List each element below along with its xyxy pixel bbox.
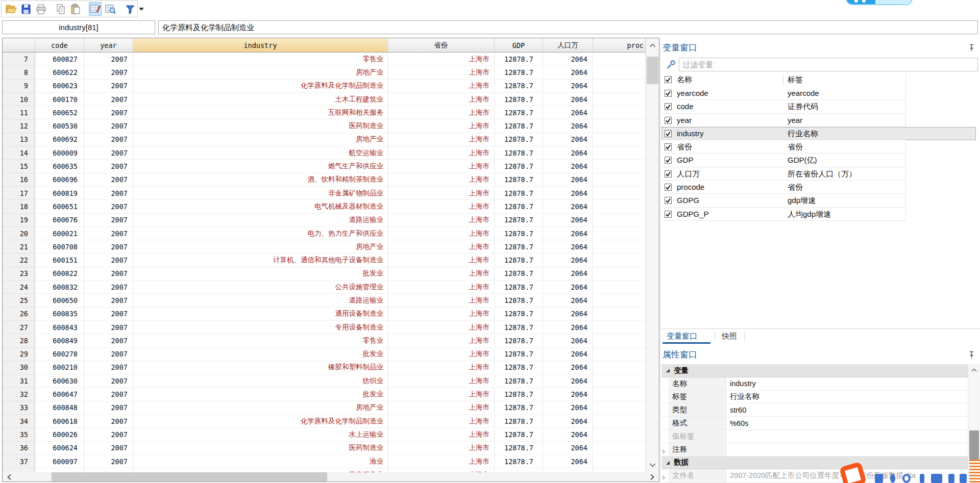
population-cell[interactable]: 2064 [543, 66, 593, 79]
gdp-cell[interactable]: 12878.7 [495, 455, 543, 468]
province-cell[interactable]: 上海市 [388, 200, 495, 213]
variable-row[interactable]: industry 行业名称 [662, 127, 976, 140]
province-cell[interactable]: 上海市 [388, 133, 495, 146]
expander-icon[interactable] [663, 447, 666, 455]
year-cell[interactable]: 2007 [84, 442, 133, 455]
procode-cell[interactable] [593, 294, 646, 307]
province-cell[interactable]: 上海市 [388, 106, 495, 119]
year-cell[interactable]: 2007 [84, 53, 133, 66]
code-cell[interactable]: 600009 [35, 146, 84, 160]
year-cell[interactable]: 2007 [84, 388, 133, 401]
row-number-cell[interactable]: 20 [3, 227, 35, 240]
property-row[interactable]: 注释 [662, 443, 968, 456]
filter-variables-input[interactable] [679, 58, 978, 71]
procode-cell[interactable] [593, 93, 646, 106]
procode-cell[interactable] [593, 428, 646, 441]
variable-checkbox[interactable] [665, 197, 672, 206]
industry-cell[interactable]: 房地产业 [133, 401, 388, 415]
industry-cell[interactable]: 燃气生产和供应业 [133, 160, 388, 173]
industry-cell[interactable]: 酒、饮料和精制茶制造业 [133, 173, 388, 187]
gdp-cell[interactable]: 12878.7 [495, 267, 543, 281]
table-row[interactable]: 7 600827 2007 零售业 上海市 12878.7 2064 [3, 53, 646, 66]
code-cell[interactable]: 600827 [35, 53, 84, 66]
scroll-right-button[interactable] [646, 472, 659, 481]
gdp-cell[interactable]: 12878.7 [495, 93, 543, 106]
row-number-cell[interactable]: 33 [3, 401, 35, 415]
code-cell[interactable]: 600635 [35, 160, 84, 173]
province-cell[interactable]: 上海市 [388, 415, 495, 428]
industry-cell[interactable]: 计算机、通信和其他电子设备制造业 [133, 253, 388, 267]
table-row[interactable]: 15 600635 2007 燃气生产和供应业 上海市 12878.7 2064 [3, 160, 646, 173]
province-cell[interactable]: 上海市 [388, 348, 495, 361]
copy-button[interactable] [55, 2, 67, 16]
variable-checkbox[interactable] [665, 157, 672, 166]
row-number-cell[interactable]: 17 [3, 187, 35, 200]
variable-row[interactable]: code 证券代码 [662, 100, 980, 113]
variable-checkbox[interactable] [665, 117, 672, 126]
population-cell[interactable]: 2064 [543, 401, 593, 415]
gdp-cell[interactable]: 12878.7 [495, 294, 543, 307]
row-number-cell[interactable]: 24 [3, 281, 35, 294]
tab-variables-window[interactable]: 变量窗口 [667, 332, 697, 341]
code-cell[interactable]: 600026 [35, 428, 84, 441]
code-cell[interactable]: 600819 [35, 187, 84, 200]
table-row[interactable]: 20 600021 2007 电力、热力生产和供应业 上海市 12878.7 2… [3, 227, 646, 240]
table-row[interactable]: 12 600530 2007 医药制造业 上海市 12878.7 2064 [3, 119, 646, 133]
year-cell[interactable]: 2007 [84, 428, 133, 441]
industry-cell[interactable]: 房地产业 [133, 66, 388, 79]
procode-cell[interactable] [593, 281, 646, 294]
province-cell[interactable]: 上海市 [388, 240, 495, 253]
gdp-cell[interactable]: 12878.7 [495, 308, 543, 321]
procode-cell[interactable] [593, 240, 646, 253]
code-cell[interactable]: 600822 [35, 267, 84, 281]
province-cell[interactable]: 上海市 [388, 119, 495, 133]
year-cell[interactable]: 2007 [84, 348, 133, 361]
procode-cell[interactable] [593, 415, 646, 428]
industry-cell[interactable]: 化学原料及化学制品制造业 [133, 415, 388, 428]
population-cell[interactable]: 2064 [543, 281, 593, 294]
property-row[interactable]: 类型 str60 [662, 403, 968, 417]
scroll-left-button[interactable] [3, 472, 16, 481]
province-cell[interactable]: 上海市 [388, 442, 495, 455]
province-cell[interactable]: 上海市 [388, 160, 495, 173]
code-cell[interactable]: 600676 [35, 214, 84, 227]
gdp-cell[interactable]: 12878.7 [495, 146, 543, 160]
province-cell[interactable]: 上海市 [388, 374, 495, 388]
table-row[interactable]: 32 600647 2007 批发业 上海市 12878.7 2064 [3, 388, 646, 401]
industry-cell[interactable]: 批发业 [133, 348, 388, 361]
procode-cell[interactable] [593, 214, 646, 227]
year-cell[interactable]: 2007 [84, 173, 133, 187]
industry-cell[interactable]: 批发业 [133, 267, 388, 281]
procode-cell[interactable] [593, 348, 646, 361]
table-row[interactable]: 36 600624 2007 医药制造业 上海市 12878.7 2064 [3, 442, 646, 455]
procode-cell[interactable] [593, 253, 646, 267]
population-cell[interactable]: 2064 [543, 308, 593, 321]
variable-checkbox[interactable] [665, 170, 672, 180]
province-cell[interactable]: 上海市 [388, 468, 495, 472]
table-row[interactable]: 29 600278 2007 批发业 上海市 12878.7 2064 [3, 348, 646, 361]
province-cell[interactable]: 上海市 [388, 321, 495, 334]
table-row[interactable]: 27 600843 2007 专用设备制造业 上海市 12878.7 2064 [3, 321, 646, 334]
province-cell[interactable]: 上海市 [388, 401, 495, 415]
table-row[interactable]: 14 600009 2007 航空运输业 上海市 12878.7 2064 [3, 146, 646, 160]
procode-cell[interactable] [593, 388, 646, 401]
row-number-cell[interactable]: 35 [3, 428, 35, 441]
industry-cell[interactable]: 橡胶和塑料制品业 [133, 361, 388, 374]
variable-row[interactable]: GDP GDP(亿) [662, 154, 980, 167]
row-number-cell[interactable]: 16 [3, 173, 35, 187]
header-rownum[interactable] [3, 38, 35, 53]
gdp-cell[interactable]: 12878.7 [495, 334, 543, 347]
year-cell[interactable]: 2007 [84, 133, 133, 146]
procode-cell[interactable] [593, 401, 646, 415]
industry-cell[interactable]: 医药制造业 [133, 119, 388, 133]
gdp-cell[interactable]: 12878.7 [495, 374, 543, 388]
population-cell[interactable]: 2064 [543, 321, 593, 334]
province-cell[interactable]: 上海市 [388, 93, 495, 106]
industry-cell[interactable]: 通用设备制造业 [133, 308, 388, 321]
procode-cell[interactable] [593, 334, 646, 347]
gdp-cell[interactable]: 12878.7 [495, 253, 543, 267]
gdp-cell[interactable]: 12878.7 [495, 401, 543, 415]
gdp-cell[interactable]: 12878.7 [495, 240, 543, 253]
year-cell[interactable]: 2007 [84, 80, 133, 93]
code-cell[interactable]: 600021 [35, 227, 84, 240]
